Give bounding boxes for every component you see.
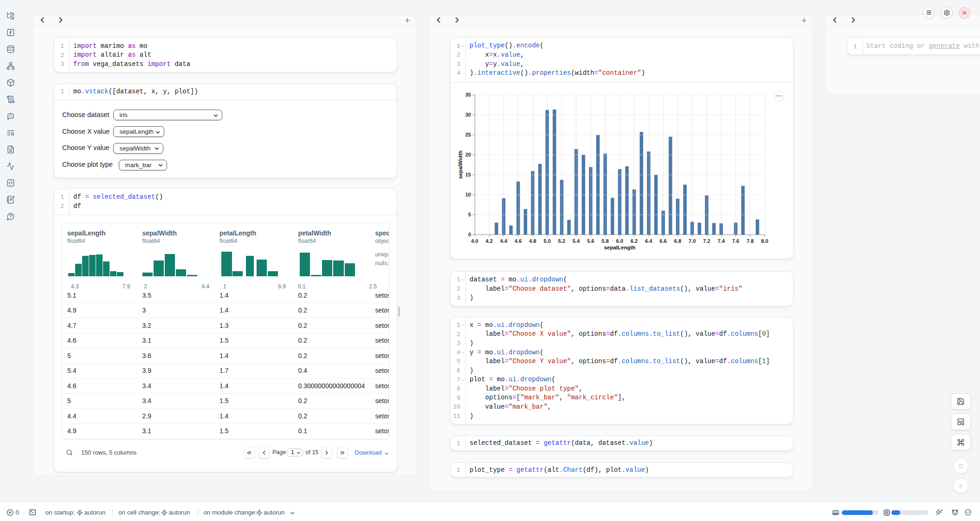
svg-text:6.8: 6.8 bbox=[674, 238, 681, 243]
svg-text:6.4: 6.4 bbox=[645, 238, 652, 243]
svg-text:8.0: 8.0 bbox=[761, 238, 768, 243]
svg-text:10: 10 bbox=[465, 191, 471, 197]
svg-text:7.4: 7.4 bbox=[718, 238, 725, 243]
svg-text:7.6: 7.6 bbox=[732, 238, 739, 243]
svg-text:7.8: 7.8 bbox=[747, 238, 754, 243]
svg-text:4.0: 4.0 bbox=[471, 238, 478, 243]
svg-text:6.2: 6.2 bbox=[631, 238, 638, 243]
svg-text:5.2: 5.2 bbox=[558, 238, 565, 243]
svg-text:15: 15 bbox=[465, 171, 471, 177]
svg-text:25: 25 bbox=[465, 131, 471, 137]
svg-text:sepalLength: sepalLength bbox=[604, 244, 636, 250]
svg-text:6.0: 6.0 bbox=[616, 238, 623, 243]
svg-text:30: 30 bbox=[465, 111, 471, 117]
svg-text:35: 35 bbox=[465, 91, 471, 97]
svg-text:4.6: 4.6 bbox=[515, 238, 522, 243]
svg-text:4.4: 4.4 bbox=[500, 238, 508, 243]
svg-text:5.0: 5.0 bbox=[544, 238, 551, 243]
svg-text:5.6: 5.6 bbox=[587, 238, 594, 243]
svg-text:5.8: 5.8 bbox=[602, 238, 609, 243]
svg-text:5: 5 bbox=[468, 211, 471, 217]
svg-text:6.6: 6.6 bbox=[660, 238, 667, 243]
svg-text:20: 20 bbox=[465, 151, 471, 157]
svg-text:0: 0 bbox=[468, 231, 471, 237]
svg-text:5.4: 5.4 bbox=[573, 238, 580, 243]
svg-text:7.0: 7.0 bbox=[689, 238, 696, 243]
svg-text:4.8: 4.8 bbox=[529, 238, 536, 243]
svg-text:4.2: 4.2 bbox=[486, 238, 493, 243]
svg-text:sepalWidth: sepalWidth bbox=[458, 150, 463, 179]
svg-text:7.2: 7.2 bbox=[703, 238, 710, 243]
